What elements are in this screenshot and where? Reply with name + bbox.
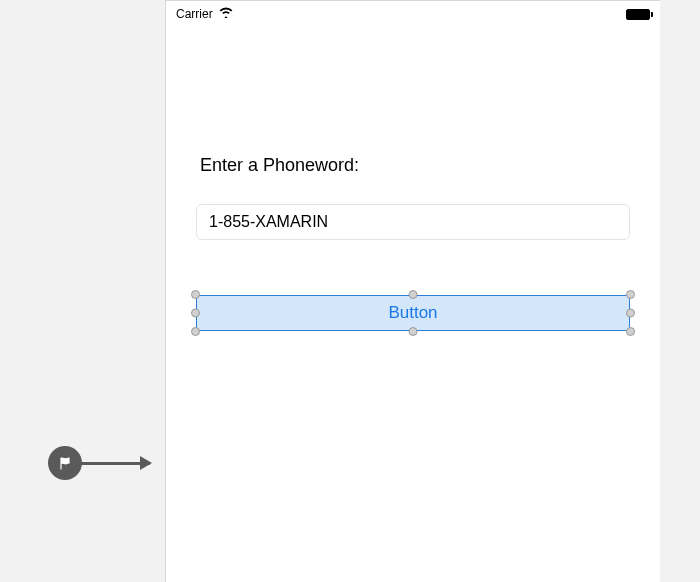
translate-button[interactable]: Button [196, 295, 630, 331]
simulator-frame: Carrier Enter a Phoneword: Button [165, 0, 660, 582]
flag-icon [48, 446, 82, 480]
content-area: Enter a Phoneword: Button [166, 23, 660, 331]
resize-handle-bottom-right[interactable] [626, 327, 635, 336]
drag-indicator [48, 446, 150, 480]
resize-handle-top-left[interactable] [191, 290, 200, 299]
resize-handle-middle-left[interactable] [191, 309, 200, 318]
wifi-icon [219, 7, 233, 21]
resize-handle-middle-right[interactable] [626, 309, 635, 318]
resize-handle-top-middle[interactable] [409, 290, 418, 299]
phoneword-label: Enter a Phoneword: [196, 155, 630, 176]
phoneword-input[interactable] [196, 204, 630, 240]
carrier-label: Carrier [176, 7, 213, 21]
battery-icon [626, 9, 650, 20]
resize-handle-bottom-left[interactable] [191, 327, 200, 336]
resize-handle-bottom-middle[interactable] [409, 327, 418, 336]
button-label: Button [388, 303, 437, 323]
arrow-icon [80, 462, 150, 465]
status-bar: Carrier [166, 1, 660, 23]
resize-handle-top-right[interactable] [626, 290, 635, 299]
selected-button-container[interactable]: Button [196, 295, 630, 331]
